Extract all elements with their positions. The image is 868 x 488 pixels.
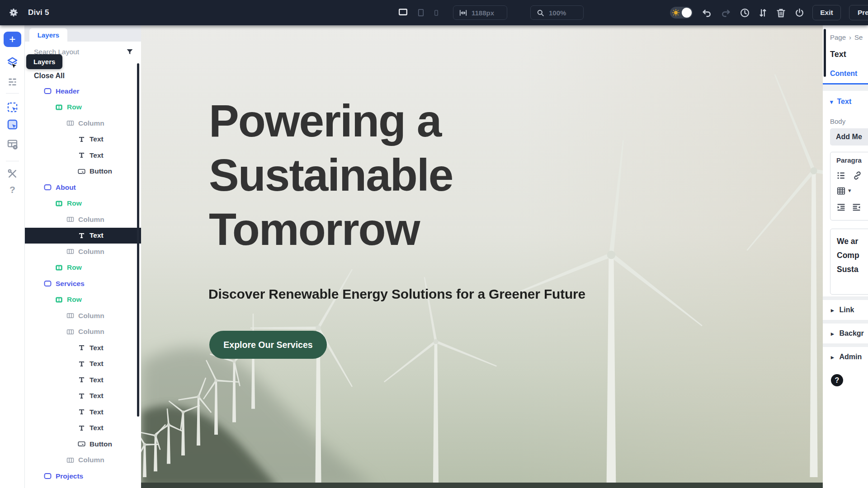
button-icon bbox=[77, 167, 86, 176]
table-caret-icon[interactable]: ▾ bbox=[848, 187, 851, 194]
layer-item-about-6[interactable]: About bbox=[25, 179, 141, 196]
layer-item-column-23[interactable]: Column bbox=[25, 452, 141, 469]
page-canvas[interactable]: Powering aSustainableTomorrow Discover R… bbox=[141, 25, 823, 488]
help-circle-icon[interactable]: ? bbox=[831, 374, 843, 386]
layout-settings-icon[interactable] bbox=[6, 138, 19, 150]
add-media-button[interactable]: Add Me bbox=[830, 128, 868, 145]
theme-toggle[interactable] bbox=[670, 7, 693, 19]
insert-row-icon[interactable] bbox=[6, 118, 19, 131]
column-icon bbox=[66, 119, 75, 127]
layer-item-row-1[interactable]: Row bbox=[25, 99, 141, 116]
layer-item-header-0[interactable]: Header bbox=[25, 83, 141, 99]
caret-right-icon: ▸ bbox=[831, 354, 834, 361]
table-icon[interactable] bbox=[836, 186, 846, 196]
section-link-label: Link bbox=[840, 306, 854, 314]
tablet-view-icon[interactable] bbox=[417, 7, 425, 18]
hero-cta-button[interactable]: Explore Our Services bbox=[209, 331, 327, 359]
layer-item-services-12[interactable]: Services bbox=[25, 276, 141, 292]
help-icon[interactable]: ? bbox=[0, 184, 25, 195]
body-field-label: Body bbox=[830, 117, 845, 125]
canvas-zoom-input[interactable]: 100% bbox=[530, 5, 584, 20]
undo-icon[interactable] bbox=[702, 8, 712, 18]
ordered-list-icon[interactable] bbox=[836, 171, 846, 180]
layer-item-button-5[interactable]: Button bbox=[25, 164, 141, 180]
preview-button[interactable]: Preview bbox=[849, 5, 868, 20]
power-icon[interactable] bbox=[794, 8, 805, 18]
trash-icon[interactable] bbox=[776, 8, 786, 18]
hero-heading[interactable]: Powering aSustainableTomorrow bbox=[209, 94, 552, 256]
hero-subheading[interactable]: Discover Renewable Energy Solutions for … bbox=[208, 286, 660, 302]
canvas-scrollbar[interactable] bbox=[824, 29, 826, 77]
layer-item-label: Text bbox=[90, 151, 104, 160]
layer-item-column-2[interactable]: Column bbox=[25, 115, 141, 131]
indent-left-icon[interactable] bbox=[852, 202, 861, 212]
row-icon bbox=[55, 296, 63, 304]
caret-down-icon: ▾ bbox=[830, 99, 833, 105]
hero-heading-line: Tomorrow bbox=[209, 202, 552, 256]
layer-item-column-14[interactable]: Column bbox=[25, 308, 141, 324]
layer-item-text-16[interactable]: Text bbox=[25, 340, 141, 356]
filter-funnel-icon[interactable] bbox=[126, 48, 134, 56]
layer-item-row-7[interactable]: Row bbox=[25, 196, 141, 212]
layer-item-column-15[interactable]: Column bbox=[25, 324, 141, 340]
mouse-cursor bbox=[11, 63, 19, 71]
text-icon bbox=[77, 392, 86, 400]
layer-item-row-13[interactable]: Row bbox=[25, 292, 141, 308]
layer-item-projects-24[interactable]: Projects bbox=[25, 468, 141, 484]
body-preview-line: Susta bbox=[837, 263, 868, 277]
insert-section-icon[interactable] bbox=[6, 101, 19, 113]
exit-button[interactable]: Exit bbox=[812, 5, 841, 20]
breadcrumb[interactable]: Page › Se bbox=[830, 33, 863, 41]
link-icon[interactable] bbox=[853, 171, 862, 180]
layers-scrollbar[interactable] bbox=[137, 63, 139, 417]
column-icon bbox=[66, 456, 75, 465]
tab-content[interactable]: Content bbox=[830, 70, 857, 78]
section-link[interactable]: ▸ Link bbox=[823, 300, 868, 320]
left-tool-rail: ? bbox=[0, 25, 25, 488]
close-all-button[interactable]: Close All bbox=[34, 69, 65, 83]
caret-right-icon: ▸ bbox=[831, 307, 834, 314]
layer-item-text-4[interactable]: Text bbox=[25, 147, 141, 164]
body-text-editor[interactable]: We arCompSusta bbox=[830, 229, 868, 295]
layer-item-label: Text bbox=[90, 376, 104, 384]
breadcrumb-section[interactable]: Se bbox=[854, 33, 863, 41]
add-module-button[interactable] bbox=[4, 32, 21, 47]
desktop-view-icon[interactable] bbox=[397, 8, 409, 17]
canvas-width-input[interactable]: 1188px bbox=[453, 5, 507, 20]
layer-item-text-19[interactable]: Text bbox=[25, 388, 141, 404]
layer-item-column-8[interactable]: Column bbox=[25, 211, 141, 228]
section-text-header[interactable]: ▾ Text bbox=[830, 98, 851, 106]
layer-item-button-22[interactable]: Button bbox=[25, 436, 141, 452]
layer-item-row-11[interactable]: Row bbox=[25, 260, 141, 276]
layer-item-label: Row bbox=[67, 199, 82, 207]
layer-item-text-17[interactable]: Text bbox=[25, 356, 141, 372]
redo-icon[interactable] bbox=[721, 8, 731, 18]
text-icon bbox=[77, 135, 86, 144]
button-icon bbox=[77, 440, 86, 448]
body-preview-line: Comp bbox=[837, 249, 868, 263]
layer-item-text-9[interactable]: Text bbox=[25, 228, 141, 244]
layer-item-text-3[interactable]: Text bbox=[25, 131, 141, 148]
phone-view-icon[interactable] bbox=[433, 8, 439, 18]
gear-icon[interactable] bbox=[8, 7, 19, 18]
layers-tree: HeaderRowColumnTextTextButtonAboutRowCol… bbox=[25, 83, 141, 484]
section-background[interactable]: ▸ Backgr bbox=[823, 324, 868, 343]
layer-item-label: About bbox=[56, 183, 76, 192]
section-admin[interactable]: ▸ Admin bbox=[823, 347, 868, 367]
layer-item-column-10[interactable]: Column bbox=[25, 244, 141, 260]
layer-item-text-18[interactable]: Text bbox=[25, 372, 141, 388]
layer-item-text-20[interactable]: Text bbox=[25, 404, 141, 420]
tools-icon[interactable] bbox=[7, 168, 18, 179]
breadcrumb-page[interactable]: Page bbox=[830, 33, 846, 41]
sort-arrows-icon[interactable] bbox=[758, 8, 768, 18]
section-icon bbox=[43, 87, 52, 95]
history-icon[interactable] bbox=[740, 8, 750, 18]
tab-layers[interactable]: Layers bbox=[29, 28, 67, 42]
settings-list-icon[interactable] bbox=[7, 77, 18, 87]
layer-item-text-21[interactable]: Text bbox=[25, 420, 141, 436]
layer-item-label: Button bbox=[90, 167, 112, 175]
paragraph-dropdown[interactable]: Paragra bbox=[836, 156, 862, 164]
indent-right-icon[interactable] bbox=[836, 202, 846, 212]
section-text-label: Text bbox=[837, 98, 852, 106]
canvas-zoom-value: 100% bbox=[549, 9, 566, 17]
